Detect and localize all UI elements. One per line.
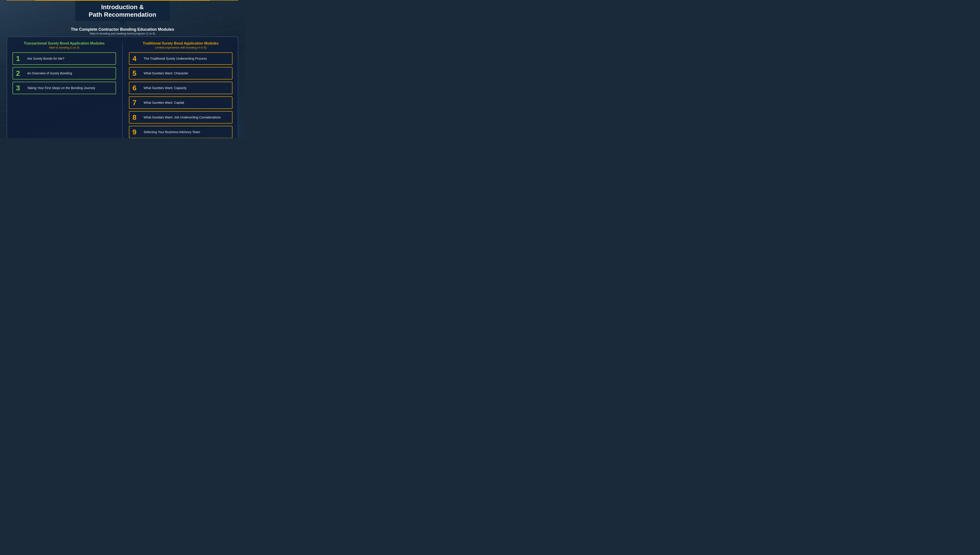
module-number-4: 4	[133, 55, 141, 62]
module-item-4[interactable]: 4 The Traditional Surety Underwriting Pr…	[129, 52, 233, 65]
right-column: Traditional Surety Bond Application Modu…	[129, 42, 233, 138]
module-item-1[interactable]: 1 Are Surety Bonds for Me?	[13, 52, 116, 65]
subtitle-area: The Complete Contractor Bonding Educatio…	[71, 27, 174, 35]
module-item-5[interactable]: 5 What Sureties Want: Character	[129, 67, 233, 80]
subtitle-main: The Complete Contractor Bonding Educatio…	[71, 27, 174, 32]
left-col-title: Transactional Surety Bond Application Mo…	[13, 42, 116, 45]
module-item-3[interactable]: 3 Taking Your First Steps on the Bonding…	[13, 82, 116, 94]
module-number-3: 3	[16, 84, 25, 91]
right-col-subtitle: Limited experience with bonding (4 to 9)	[129, 46, 233, 49]
module-label-4: The Traditional Surety Underwriting Proc…	[144, 56, 207, 61]
module-label-9: Selecting Your Business Advisory Team	[144, 130, 200, 134]
content-card: Transactional Surety Bond Application Mo…	[7, 37, 238, 138]
module-number-2: 2	[16, 70, 25, 77]
subtitle-sub: New to bonding and seeking bond program …	[71, 32, 174, 35]
page-wrapper: Introduction & Path Recommendation The C…	[0, 0, 245, 138]
module-item-8[interactable]: 8 What Sureties Want: Job Underwriting C…	[129, 111, 233, 124]
module-number-8: 8	[133, 114, 141, 121]
module-number-6: 6	[133, 84, 141, 91]
module-number-5: 5	[133, 70, 141, 77]
module-item-9[interactable]: 9 Selecting Your Business Advisory Team	[129, 126, 233, 138]
column-divider	[122, 42, 123, 138]
module-label-8: What Sureties Want: Job Underwriting Con…	[144, 115, 221, 120]
module-label-7: What Sureties Want: Capital	[144, 101, 184, 105]
module-label-5: What Sureties Want: Character	[144, 71, 188, 75]
main-title-line1: Introduction &	[101, 3, 144, 10]
module-item-2[interactable]: 2 An Overview of Surety Bonding	[13, 67, 116, 80]
left-column: Transactional Surety Bond Application Mo…	[13, 42, 116, 138]
module-number-7: 7	[133, 99, 141, 106]
left-col-subtitle: New to bonding (1 to 3)	[13, 46, 116, 49]
title-box: Introduction & Path Recommendation	[75, 0, 170, 21]
module-number-1: 1	[16, 55, 25, 62]
main-title: Introduction & Path Recommendation	[89, 3, 156, 18]
module-label-2: An Overview of Surety Bonding	[27, 71, 72, 75]
module-label-3: Taking Your First Steps on the Bonding J…	[27, 86, 95, 90]
module-label-1: Are Surety Bonds for Me?	[27, 56, 64, 61]
header-arrow	[118, 21, 127, 26]
main-title-line2: Path Recommendation	[89, 11, 156, 18]
right-col-title: Traditional Surety Bond Application Modu…	[129, 42, 233, 45]
module-item-6[interactable]: 6 What Sureties Want: Capacity	[129, 82, 233, 94]
module-item-7[interactable]: 7 What Sureties Want: Capital	[129, 96, 233, 109]
module-label-6: What Sureties Want: Capacity	[144, 86, 187, 90]
module-number-9: 9	[133, 128, 141, 136]
